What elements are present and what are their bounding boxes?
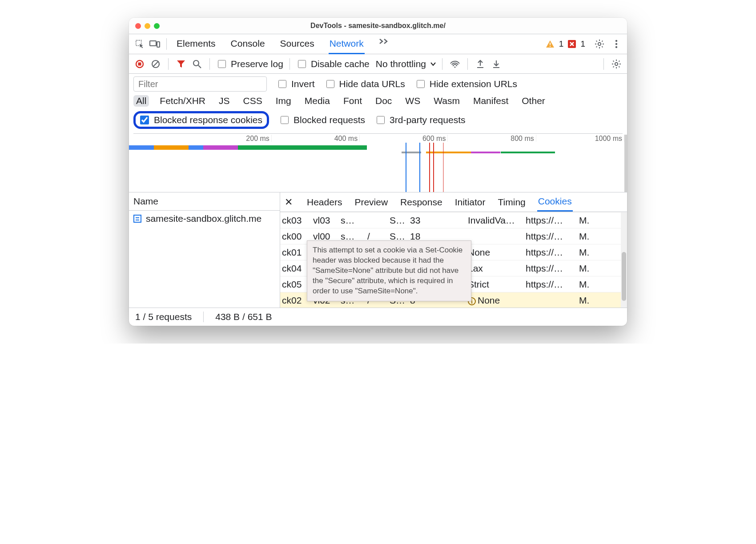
preserve-log-checkbox[interactable]: Preserve log [216, 59, 283, 69]
request-detail-split: Name samesite-sandbox.glitch.me ✕ Header… [129, 192, 627, 308]
filter-icon[interactable] [175, 58, 187, 70]
overview-scrollbar[interactable] [624, 135, 627, 192]
cookie-samesite: Lax [466, 263, 524, 274]
cookie-more: M. [577, 247, 598, 258]
type-filter-other[interactable]: Other [519, 95, 548, 107]
svg-rect-11 [138, 62, 141, 65]
tab-sources[interactable]: Sources [279, 34, 315, 54]
type-filter-all[interactable]: All [133, 95, 149, 107]
clear-button[interactable] [149, 58, 162, 70]
tab-console[interactable]: Console [230, 34, 266, 54]
tab-network[interactable]: Network [329, 34, 365, 54]
upload-har-icon[interactable] [474, 58, 487, 70]
blocked-requests-checkbox[interactable]: Blocked requests [279, 115, 365, 125]
cookie-table: ck03vl03s…S…33InvalidVa…https://…M.ck00v… [280, 212, 627, 308]
type-filter-media[interactable]: Media [302, 95, 333, 107]
blocked-response-cookies-checkbox[interactable]: Blocked response cookies [133, 111, 269, 129]
settings-gear-icon[interactable] [593, 38, 606, 50]
divider [166, 38, 167, 50]
cookie-samesite: iNone [466, 295, 524, 306]
cookie-url: https://… [524, 263, 577, 274]
type-filter-img[interactable]: Img [273, 95, 294, 107]
request-list: Name samesite-sandbox.glitch.me [129, 192, 280, 308]
cookie-more: M. [577, 215, 598, 226]
throttling-select[interactable]: No throttling [376, 59, 436, 69]
svg-line-15 [198, 65, 201, 68]
inspect-icon[interactable] [133, 38, 146, 50]
load-event-line [429, 143, 430, 192]
type-filter-js[interactable]: JS [216, 95, 233, 107]
detail-tab-preview[interactable]: Preview [354, 193, 389, 211]
overview-bars [129, 145, 624, 153]
download-har-icon[interactable] [490, 58, 503, 70]
status-requests: 1 / 5 requests [135, 312, 204, 322]
type-filters: All Fetch/XHR JS CSS Img Media Font Doc … [133, 92, 623, 109]
cookie-secure: S… [388, 215, 408, 226]
cookie-samesite: InvalidVa… [466, 215, 524, 226]
type-filter-css[interactable]: CSS [241, 95, 265, 107]
svg-rect-1 [150, 41, 156, 46]
type-filter-wasm[interactable]: Wasm [431, 95, 462, 107]
hide-data-urls-checkbox[interactable]: Hide data URLs [325, 79, 405, 89]
type-filter-manifest[interactable]: Manifest [470, 95, 511, 107]
svg-point-8 [615, 43, 617, 45]
cookie-domain: s… [339, 231, 366, 242]
request-detail-panel: ✕ Headers Preview Response Initiator Tim… [280, 192, 627, 308]
cookie-domain: s… [339, 215, 366, 226]
hide-extension-urls-checkbox[interactable]: Hide extension URLs [415, 79, 517, 89]
cookie-size: 18 [408, 231, 466, 242]
document-icon [133, 215, 141, 223]
titlebar: DevTools - samesite-sandbox.glitch.me/ [129, 18, 627, 34]
invert-checkbox[interactable]: Invert [277, 79, 315, 89]
network-settings-gear-icon[interactable] [610, 58, 623, 70]
network-toolbar: Preserve log Disable cache No throttling [129, 54, 627, 74]
error-count: 1 [580, 39, 585, 49]
cookie-name: ck00 [280, 231, 311, 242]
cookie-url: https://… [524, 279, 577, 290]
search-icon[interactable] [191, 58, 203, 70]
detail-tab-response[interactable]: Response [399, 193, 443, 211]
type-filter-fetchxhr[interactable]: Fetch/XHR [157, 95, 208, 107]
detail-tab-initiator[interactable]: Initiator [454, 193, 487, 211]
cookie-more: M. [577, 263, 598, 274]
tab-elements[interactable]: Elements [176, 34, 217, 54]
type-filter-ws[interactable]: WS [402, 95, 423, 107]
warning-icon[interactable] [546, 40, 555, 48]
devtools-window: DevTools - samesite-sandbox.glitch.me/ E… [129, 18, 627, 326]
svg-rect-3 [550, 43, 551, 45]
timeline-overview[interactable]: 200 ms 400 ms 600 ms 800 ms 1000 ms [129, 135, 627, 192]
close-detail-button[interactable]: ✕ [285, 196, 293, 208]
error-icon[interactable] [568, 40, 576, 48]
disable-cache-checkbox[interactable]: Disable cache [296, 59, 370, 69]
svg-line-13 [153, 61, 158, 67]
cookie-row[interactable]: ck03vl03s…S…33InvalidVa…https://…M. [280, 212, 627, 228]
main-tab-strip: Elements Console Sources Network 1 1 [129, 34, 627, 54]
cookie-value: vl00 [311, 231, 339, 242]
cookie-more: M. [577, 279, 598, 290]
type-filter-doc[interactable]: Doc [373, 95, 394, 107]
detail-tab-headers[interactable]: Headers [306, 193, 343, 211]
third-party-requests-checkbox[interactable]: 3rd-party requests [375, 115, 465, 125]
cookie-more: M. [577, 295, 598, 306]
cookie-samesite: Strict [466, 279, 524, 290]
record-button[interactable] [133, 58, 146, 70]
network-conditions-icon[interactable] [449, 58, 461, 70]
warning-count: 1 [559, 39, 564, 49]
svg-rect-4 [550, 46, 551, 47]
tab-overflow[interactable] [378, 34, 390, 54]
main-tabs: Elements Console Sources Network [176, 34, 390, 54]
filter-input[interactable] [133, 76, 267, 92]
detail-scrollbar[interactable] [621, 212, 627, 308]
request-row[interactable]: samesite-sandbox.glitch.me [129, 211, 280, 227]
window-title: DevTools - samesite-sandbox.glitch.me/ [129, 22, 627, 30]
device-toggle-icon[interactable] [149, 38, 161, 50]
status-bar: 1 / 5 requests 438 B / 651 B [129, 308, 627, 326]
detail-tab-cookies[interactable]: Cookies [537, 192, 573, 212]
type-filter-font[interactable]: Font [341, 95, 365, 107]
more-menu-icon[interactable] [610, 38, 623, 50]
blocked-cookie-tooltip: This attempt to set a cookie via a Set-C… [307, 240, 471, 301]
detail-tab-timing[interactable]: Timing [497, 193, 527, 211]
filter-section: Invert Hide data URLs Hide extension URL… [129, 74, 627, 135]
svg-point-7 [615, 40, 617, 42]
column-header-name[interactable]: Name [129, 192, 280, 211]
